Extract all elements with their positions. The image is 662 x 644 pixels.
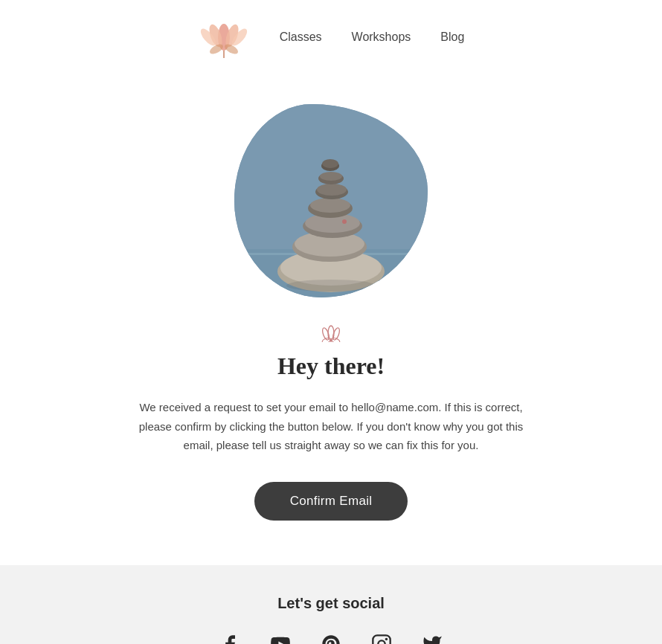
facebook-icon[interactable] [216, 630, 244, 645]
logo-icon [198, 15, 250, 59]
nav-classes[interactable]: Classes [280, 30, 322, 44]
social-icons-row [216, 630, 446, 645]
twitter-icon[interactable] [418, 630, 446, 645]
body-text: We received a request to set your email … [123, 398, 539, 455]
svg-point-19 [310, 198, 350, 213]
nav: Classes Workshops Blog [280, 30, 465, 44]
svg-point-35 [378, 640, 385, 644]
zen-stones-illustration [234, 104, 428, 297]
svg-point-21 [317, 184, 347, 196]
hero-image [234, 104, 428, 297]
footer: Let's get social [0, 565, 662, 645]
instagram-icon[interactable] [367, 630, 396, 645]
social-heading: Let's get social [277, 595, 385, 612]
header: Classes Workshops Blog [0, 0, 662, 74]
main-heading: Hey there! [277, 352, 385, 380]
main-content: Hey there! We received a request to set … [0, 74, 662, 565]
nav-blog[interactable]: Blog [440, 30, 464, 44]
svg-point-36 [385, 637, 388, 640]
pinterest-icon[interactable] [317, 630, 345, 645]
svg-point-23 [320, 172, 342, 181]
decorative-lotus-icon [318, 324, 344, 345]
logo[interactable] [198, 15, 250, 59]
svg-point-13 [286, 280, 376, 292]
svg-point-25 [322, 159, 338, 168]
svg-point-26 [342, 219, 347, 224]
nav-workshops[interactable]: Workshops [352, 30, 411, 44]
youtube-icon[interactable] [266, 630, 295, 645]
confirm-email-button[interactable]: Confirm Email [254, 482, 408, 521]
